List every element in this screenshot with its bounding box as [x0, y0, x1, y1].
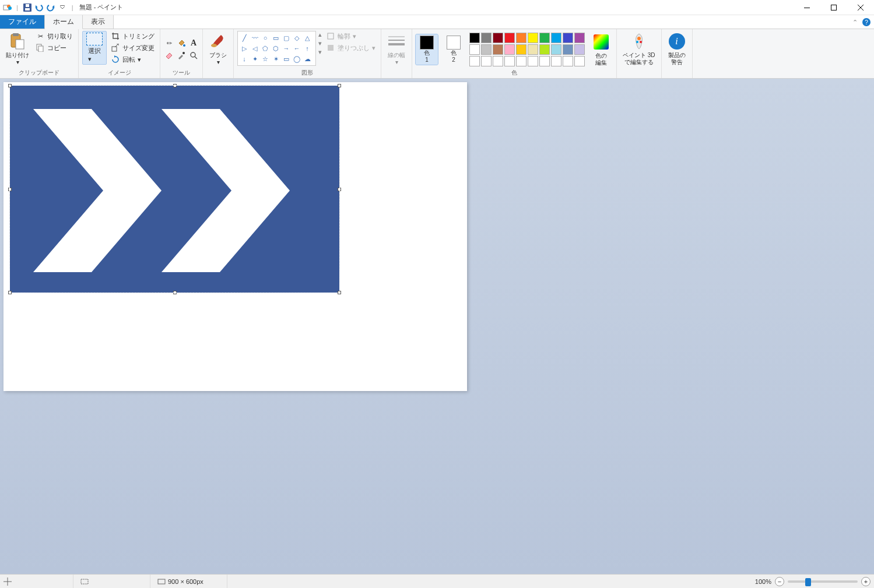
linewidth-button[interactable]: 線の幅▾	[385, 31, 408, 67]
edit-colors-button[interactable]: 色の 編集	[589, 31, 613, 68]
group-image: 選択▾ トリミング サイズ変更 回転 ▾ イメージ	[79, 29, 160, 78]
svg-point-26	[640, 41, 642, 43]
collapse-ribbon-icon[interactable]: ⌃	[852, 19, 858, 26]
svg-point-17	[211, 44, 217, 47]
ribbon: 貼り付け▾ ✂切り取り コピー クリップボード 選択▾ トリミング サイズ変更 …	[0, 29, 874, 79]
group-paint3d: ペイント 3D で編集する	[617, 29, 662, 78]
svg-point-15	[182, 52, 185, 54]
text-tool[interactable]: A	[188, 38, 199, 48]
group-label-colors: 色	[416, 68, 613, 77]
group-label-image: イメージ	[82, 68, 156, 77]
resize-button[interactable]: サイズ変更	[109, 43, 156, 53]
group-clipboard: 貼り付け▾ ✂切り取り コピー クリップボード	[0, 29, 79, 78]
save-icon[interactable]	[23, 3, 32, 12]
close-button[interactable]	[847, 0, 874, 15]
color-swatch[interactable]	[574, 44, 585, 55]
eraser-tool[interactable]	[164, 50, 174, 61]
color-palette	[469, 33, 585, 66]
svg-marker-27	[33, 109, 162, 272]
minimize-button[interactable]	[794, 0, 820, 15]
tab-view[interactable]: 表示	[83, 15, 114, 29]
color-swatch[interactable]	[481, 44, 492, 55]
color-swatch[interactable]	[516, 44, 526, 55]
shapes-more-up[interactable]: ▴	[318, 31, 322, 38]
zoom-tool[interactable]	[188, 50, 199, 61]
color2-button[interactable]: 色 2	[443, 34, 465, 65]
svg-rect-4	[25, 8, 30, 10]
picker-tool[interactable]	[176, 50, 187, 61]
brush-button[interactable]: ブラシ▾	[206, 31, 230, 67]
color-swatch[interactable]	[539, 44, 550, 55]
svg-rect-19	[328, 45, 334, 51]
paint3d-button[interactable]: ペイント 3D で編集する	[620, 31, 658, 67]
color-swatch[interactable]	[516, 33, 526, 43]
status-bar: 900 × 600px 100% − +	[0, 574, 874, 588]
svg-point-2	[8, 6, 12, 10]
zoom-level: 100%	[755, 578, 771, 585]
zoom-slider[interactable]	[788, 580, 858, 583]
color-swatch[interactable]	[481, 33, 492, 43]
paste-button[interactable]: 貼り付け▾	[3, 31, 31, 67]
color-swatch[interactable]	[551, 44, 561, 55]
zoom-in-button[interactable]: +	[861, 577, 871, 586]
svg-rect-30	[158, 579, 165, 584]
title-bar: | | 無題 - ペイント	[0, 0, 874, 15]
maximize-button[interactable]	[820, 0, 847, 15]
app-icon	[2, 3, 12, 12]
color-swatch[interactable]	[493, 33, 503, 43]
color-swatch[interactable]	[563, 33, 573, 43]
canvas-size-icon	[157, 578, 166, 586]
window-title: 無題 - ペイント	[79, 3, 124, 12]
color-swatch[interactable]	[469, 33, 480, 43]
color-swatch[interactable]	[574, 33, 585, 43]
selection-area[interactable]	[10, 86, 339, 293]
crop-button[interactable]: トリミング	[109, 31, 156, 41]
fill-tool[interactable]	[176, 38, 187, 48]
group-label-tools: ツール	[164, 68, 199, 77]
color-swatch[interactable]	[528, 44, 538, 55]
color-swatch[interactable]	[539, 33, 550, 43]
select-button[interactable]: 選択▾	[82, 31, 107, 65]
undo-icon[interactable]	[34, 3, 44, 12]
canvas[interactable]	[3, 82, 467, 391]
group-tools: ✏ A ツール	[160, 29, 203, 78]
color-swatch[interactable]	[493, 44, 503, 55]
cut-button[interactable]: ✂切り取り	[34, 31, 75, 41]
zoom-controls: 100% − +	[755, 577, 871, 586]
tab-home[interactable]: ホーム	[45, 15, 83, 29]
color-swatch[interactable]	[551, 33, 561, 43]
crosshair-icon	[3, 578, 12, 586]
custom-color-slot[interactable]	[469, 56, 480, 66]
svg-point-25	[636, 41, 638, 43]
rotate-button[interactable]: 回転 ▾	[109, 54, 156, 65]
workspace[interactable]	[0, 79, 874, 574]
group-label-clipboard: クリップボード	[3, 68, 75, 77]
zoom-out-button[interactable]: −	[775, 577, 784, 586]
shapes-more-down[interactable]: ▾	[318, 40, 322, 47]
svg-rect-10	[16, 40, 24, 49]
svg-rect-23	[594, 34, 609, 50]
status-selection	[80, 575, 150, 588]
svg-rect-5	[26, 4, 29, 7]
color1-button[interactable]: 色 1	[416, 34, 438, 65]
group-brush: ブラシ▾	[203, 29, 234, 78]
color-swatch[interactable]	[504, 33, 515, 43]
help-icon[interactable]: ?	[862, 18, 871, 26]
color-swatch[interactable]	[504, 44, 515, 55]
group-alerts: i 製品の 警告	[662, 29, 693, 78]
status-canvas-size: 900 × 600px	[157, 575, 227, 588]
fill-button: 塗りつぶし ▾	[324, 43, 377, 53]
product-alerts-button[interactable]: i 製品の 警告	[665, 31, 689, 67]
tab-file[interactable]: ファイル	[0, 15, 45, 29]
pencil-tool[interactable]: ✏	[164, 38, 174, 48]
shapes-gallery[interactable]: ╱〰○▭▢◇△ ▷◁⬠⬡→←↑ ↓✦☆✶▭◯☁	[237, 31, 316, 66]
color-swatch[interactable]	[469, 44, 480, 55]
svg-rect-12	[38, 46, 43, 52]
qat-dropdown-icon[interactable]	[58, 3, 67, 12]
color-swatch[interactable]	[563, 44, 573, 55]
svg-rect-29	[81, 579, 88, 584]
shapes-more-menu[interactable]: ▾	[318, 48, 322, 56]
redo-icon[interactable]	[46, 3, 55, 12]
copy-button[interactable]: コピー	[34, 43, 75, 53]
color-swatch[interactable]	[528, 33, 538, 43]
